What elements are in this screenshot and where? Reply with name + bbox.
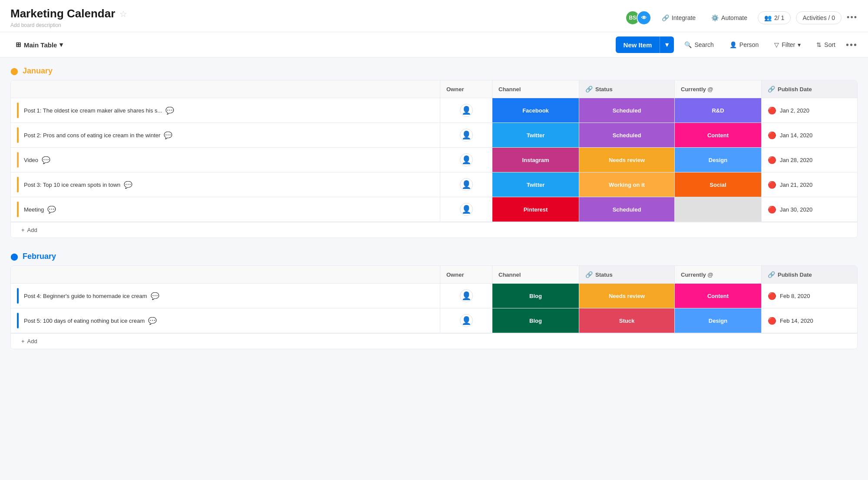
main-table-button[interactable]: ⊞ Main Table ▾ [10, 38, 68, 51]
comment-icon[interactable]: 💬 [42, 156, 50, 164]
item-name: Post 1: The oldest ice cream maker alive… [24, 107, 162, 114]
status-badge: Scheduled [579, 123, 674, 147]
currently-badge: Content [675, 284, 761, 308]
members-icon: 👥 [764, 14, 772, 21]
title-row: Marketing Calendar ☆ [10, 7, 127, 20]
publish-date-value: Jan 28, 2020 [780, 157, 812, 163]
currently-badge: Social [675, 172, 761, 197]
currently-column-label: Currently @ [681, 86, 713, 93]
toolbar-more-icon[interactable]: ••• [846, 40, 858, 50]
owner-avatar[interactable]: 👤 [460, 129, 473, 142]
owner-avatar[interactable]: 👤 [460, 203, 473, 216]
td-status[interactable]: Needs review [579, 284, 675, 308]
row-color-bar [17, 202, 19, 217]
row-color-bar [17, 177, 19, 192]
filter-button[interactable]: ▽ Filter ▾ [769, 38, 806, 52]
sort-button[interactable]: ⇅ Sort [811, 38, 841, 52]
alert-icon: 🔴 [768, 292, 776, 300]
owner-avatar[interactable]: 👤 [460, 178, 473, 191]
table-row: Video 💬 👤 Instagram Needs review Design [11, 148, 857, 172]
board-description[interactable]: Add board description [10, 22, 127, 28]
group-january-chevron[interactable]: ⬤ [10, 67, 18, 75]
td-channel[interactable]: Blog [492, 284, 579, 308]
new-item-button[interactable]: New Item ▾ [616, 36, 674, 53]
table-row: Meeting 💬 👤 Pinterest Scheduled 🔴 [11, 197, 857, 222]
add-label: Add [27, 338, 37, 344]
table-chevron-icon: ▾ [59, 41, 63, 49]
item-name: Post 3: Top 10 ice cream spots in town [24, 182, 120, 188]
td-currently[interactable]: Content [675, 284, 762, 308]
publish-date-value: Jan 21, 2020 [780, 182, 812, 188]
td-currently[interactable] [675, 197, 762, 222]
td-publish: 🔴 Jan 30, 2020 [762, 197, 857, 222]
search-label: Search [694, 41, 713, 48]
td-name: Post 5: 100 days of eating nothing but i… [11, 308, 440, 333]
td-name: Post 3: Top 10 ice cream spots in town 💬 [11, 172, 440, 197]
td-channel[interactable]: Instagram [492, 148, 579, 172]
td-name-content: Meeting 💬 [22, 205, 434, 214]
td-status[interactable]: Working on it [579, 172, 675, 197]
td-status[interactable]: Needs review [579, 148, 675, 172]
comment-icon[interactable]: 💬 [165, 106, 174, 115]
integrate-button[interactable]: 🔗 Integrate [657, 12, 701, 24]
comment-icon[interactable]: 💬 [47, 205, 56, 214]
channel-badge: Blog [492, 284, 579, 308]
members-button[interactable]: 👥 2/ 1 [758, 11, 791, 24]
th-currently: Currently @ [675, 266, 762, 283]
td-currently[interactable]: Design [675, 148, 762, 172]
td-name-content: Post 2: Pros and cons of eating ice crea… [22, 131, 434, 139]
td-owner: 👤 [440, 308, 492, 333]
td-currently[interactable]: Design [675, 308, 762, 333]
table-row: Post 5: 100 days of eating nothing but i… [11, 308, 857, 333]
td-channel[interactable]: Blog [492, 308, 579, 333]
avatar-group: BS 👁 [625, 10, 651, 25]
td-status[interactable]: Scheduled [579, 123, 675, 147]
td-channel[interactable]: Pinterest [492, 197, 579, 222]
comment-icon[interactable]: 💬 [148, 317, 157, 325]
alert-icon: 🔴 [768, 205, 776, 214]
table-row: Post 4: Beginner's guide to homemade ice… [11, 284, 857, 308]
automate-button[interactable]: ⚙️ Automate [706, 12, 752, 24]
td-status[interactable]: Scheduled [579, 98, 675, 122]
td-currently[interactable]: Social [675, 172, 762, 197]
owner-avatar[interactable]: 👤 [460, 289, 473, 302]
td-status[interactable]: Stuck [579, 308, 675, 333]
integrate-icon: 🔗 [662, 14, 669, 21]
person-button[interactable]: 👤 Person [724, 38, 764, 52]
channel-column-label: Channel [498, 271, 521, 278]
publish-date-column-label: Publish Date [778, 86, 812, 93]
td-channel[interactable]: Twitter [492, 123, 579, 147]
search-button[interactable]: 🔍 Search [679, 38, 719, 52]
january-add-row[interactable]: + Add [11, 222, 857, 238]
th-status: 🔗 Status [579, 80, 675, 98]
td-name: Post 1: The oldest ice cream maker alive… [11, 98, 440, 122]
group-february-header: ⬤ February [10, 252, 858, 261]
td-channel[interactable]: Facebook [492, 98, 579, 122]
group-february: ⬤ February Owner Channel 🔗 Status Curren… [10, 252, 858, 349]
integrate-label: Integrate [672, 14, 696, 21]
td-status[interactable]: Scheduled [579, 197, 675, 222]
item-name: Video [24, 157, 38, 163]
status-badge: Needs review [579, 148, 674, 172]
table-icon: ⊞ [16, 41, 21, 49]
td-channel[interactable]: Twitter [492, 172, 579, 197]
content-area: ⬤ January Owner Channel 🔗 Status Current… [0, 58, 868, 372]
owner-avatar[interactable]: 👤 [460, 153, 473, 166]
star-icon[interactable]: ☆ [119, 9, 127, 19]
february-add-row[interactable]: + Add [11, 333, 857, 349]
td-currently[interactable]: Content [675, 123, 762, 147]
header-more-icon[interactable]: ••• [847, 13, 858, 22]
comment-icon[interactable]: 💬 [124, 181, 132, 189]
td-currently[interactable]: R&D [675, 98, 762, 122]
avatar-eye[interactable]: 👁 [637, 10, 651, 25]
activities-button[interactable]: Activities / 0 [796, 11, 842, 24]
january-table-header: Owner Channel 🔗 Status Currently @ 🔗 Pub… [11, 80, 857, 98]
comment-icon[interactable]: 💬 [164, 131, 172, 139]
owner-avatar[interactable]: 👤 [460, 104, 473, 117]
group-february-chevron[interactable]: ⬤ [10, 252, 18, 261]
table-row: Post 1: The oldest ice cream maker alive… [11, 98, 857, 123]
td-publish: 🔴 Jan 28, 2020 [762, 148, 857, 172]
new-item-dropdown-arrow[interactable]: ▾ [660, 36, 674, 53]
owner-avatar[interactable]: 👤 [460, 314, 473, 327]
comment-icon[interactable]: 💬 [151, 292, 159, 300]
